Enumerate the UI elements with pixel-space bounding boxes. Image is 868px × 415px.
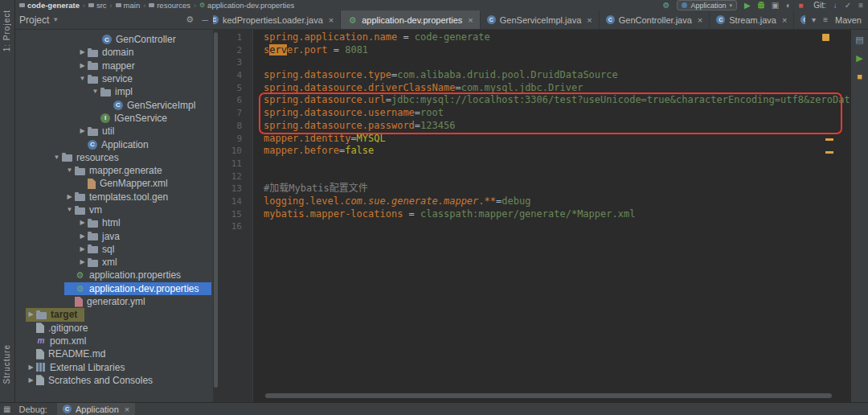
tree-row[interactable]: ▼service xyxy=(14,72,213,85)
hide-panel-icon[interactable]: ─ xyxy=(202,15,208,25)
close-tab-icon[interactable]: × xyxy=(329,15,334,25)
chevron-down-icon[interactable]: ▼ xyxy=(51,151,62,164)
line-number[interactable]: 8 xyxy=(213,120,252,133)
line-number[interactable]: 15 xyxy=(213,208,252,221)
settings-icon[interactable]: ⚙ xyxy=(662,1,669,10)
tree-row[interactable]: IGenService xyxy=(14,112,213,125)
tree-row[interactable]: ▼mapper.generate xyxy=(14,164,213,177)
breadcrumb-item[interactable]: code-generate xyxy=(19,1,80,10)
chevron-right-icon[interactable]: ▶ xyxy=(26,308,36,321)
line-number[interactable]: 5 xyxy=(213,82,252,95)
code-line[interactable]: mybatis.mapper-locations = classpath:map… xyxy=(254,208,850,221)
line-number[interactable]: 11 xyxy=(213,158,252,171)
chevron-right-icon[interactable]: ▶ xyxy=(64,191,75,203)
chevron-right-icon[interactable]: ▶ xyxy=(77,60,88,72)
git-commit-icon[interactable]: ✓ xyxy=(845,1,851,10)
chevron-right-icon[interactable]: ▶ xyxy=(26,361,36,374)
line-number[interactable]: 9 xyxy=(213,133,252,146)
tree-row[interactable]: ▶domain xyxy=(14,46,213,59)
tab-list-icon[interactable]: ▾ xyxy=(812,15,816,24)
orange-square-tool-icon[interactable]: ■ xyxy=(857,72,862,81)
tree-row[interactable]: ▼impl xyxy=(14,85,213,98)
line-number[interactable]: 6 xyxy=(213,94,252,107)
tree-row[interactable]: ▼vm xyxy=(14,203,213,216)
line-number[interactable]: 3 xyxy=(213,56,252,69)
tool-window-switcher-icon[interactable]: ▦ xyxy=(3,405,10,413)
chevron-right-icon[interactable]: ▶ xyxy=(26,374,36,387)
chevron-right-icon[interactable]: ▶ xyxy=(77,256,88,269)
line-number[interactable]: 14 xyxy=(213,195,252,208)
line-number[interactable]: 7 xyxy=(213,107,252,120)
tree-row[interactable]: ▼resources xyxy=(14,151,213,164)
code-line[interactable]: spring.application.name = code-generate xyxy=(254,31,850,44)
tree-row[interactable]: ▶Scratches and Consoles xyxy=(14,374,213,387)
tree-row[interactable]: ▶xml xyxy=(14,256,213,269)
project-scrollbar[interactable] xyxy=(214,32,218,388)
stop-icon[interactable]: ■ xyxy=(798,1,803,10)
code-line[interactable]: server.port = 8081 xyxy=(254,44,850,57)
code-line[interactable] xyxy=(254,220,850,233)
tree-row[interactable]: ▶java xyxy=(14,229,213,242)
tool-window-button-project[interactable]: 1: Project xyxy=(2,10,11,51)
chevron-right-icon[interactable]: ▶ xyxy=(77,243,88,256)
chevron-down-icon[interactable]: ▼ xyxy=(90,85,100,98)
breadcrumb-item[interactable]: resources xyxy=(149,1,190,10)
code-line[interactable]: spring.datasource.password=123456 xyxy=(254,120,850,133)
chevron-right-icon[interactable]: ▶ xyxy=(77,230,88,243)
breadcrumb-item[interactable]: main xyxy=(116,1,141,10)
tree-row[interactable]: ▶target xyxy=(14,308,213,321)
editor-tab[interactable]: Collectors.java× xyxy=(794,10,805,29)
maven-tool-button[interactable]: Maven xyxy=(835,15,862,25)
tree-row[interactable]: README.md xyxy=(14,347,213,360)
chevron-down-icon[interactable]: ▼ xyxy=(64,203,75,216)
chevron-down-icon[interactable]: ▼ xyxy=(77,72,88,85)
menu-icon[interactable]: ≡ xyxy=(858,1,863,10)
tree-row[interactable]: Application xyxy=(14,138,213,150)
debug-icon[interactable] xyxy=(758,2,764,9)
breadcrumb-item[interactable]: src xyxy=(88,1,107,10)
line-number[interactable]: 4 xyxy=(213,69,252,82)
code-line[interactable]: spring.datasource.url=jdbc:mysql://local… xyxy=(254,94,850,107)
breadcrumb-item[interactable]: application-dev.properties xyxy=(199,1,294,10)
code-line[interactable]: spring.datasource.driverClassName=com.my… xyxy=(254,82,850,95)
tree-row[interactable]: ▶html xyxy=(14,216,213,229)
run-file-icon[interactable]: ▶ xyxy=(856,53,862,63)
profiler-icon[interactable]: ◐ xyxy=(786,1,791,10)
code-line[interactable]: mapper.before=false xyxy=(254,145,850,158)
code-line[interactable]: #加载Mybatis配置文件 xyxy=(254,183,850,195)
close-tab-icon[interactable]: × xyxy=(782,15,787,25)
code-line[interactable]: spring.datasource.username=root xyxy=(254,107,850,120)
code-line[interactable] xyxy=(254,171,850,183)
line-number[interactable]: 12 xyxy=(213,171,252,183)
editor[interactable]: 12345678910111213141516 spring.applicati… xyxy=(213,30,850,402)
tree-row[interactable]: GenMapper.xml xyxy=(14,177,213,190)
editor-horizontal-scrollbar[interactable] xyxy=(265,393,832,398)
tree-row[interactable]: GenServiceImpl xyxy=(14,98,213,111)
close-tab-icon[interactable]: × xyxy=(468,15,473,25)
tree-row[interactable]: pom.xml xyxy=(14,335,213,347)
git-update-icon[interactable]: ↓ xyxy=(833,1,837,10)
run-config-selector[interactable]: Application ▾ xyxy=(677,0,737,10)
tab-menu-icon[interactable]: ≡ xyxy=(823,15,828,24)
line-number[interactable]: 13 xyxy=(213,183,252,195)
tree-row[interactable]: application-dev.properties xyxy=(14,282,213,295)
code-line[interactable] xyxy=(254,56,850,69)
chevron-right-icon[interactable]: ▶ xyxy=(77,125,88,138)
code-line[interactable]: logging.level.com.sue.generate.mapper.**… xyxy=(254,195,850,208)
chevron-down-icon[interactable]: ▼ xyxy=(64,164,75,177)
tree-row[interactable]: GenController xyxy=(14,33,213,46)
editor-tab[interactable]: GenController.java× xyxy=(600,10,710,29)
close-tab-icon[interactable]: × xyxy=(587,15,592,25)
chevron-right-icon[interactable]: ▶ xyxy=(77,216,88,229)
run-icon[interactable]: ▶ xyxy=(744,1,751,10)
close-icon[interactable]: × xyxy=(125,405,129,414)
tree-row[interactable]: ▶External Libraries xyxy=(14,360,213,373)
line-number[interactable]: 16 xyxy=(213,220,252,233)
editor-tab[interactable]: GenServiceImpl.java× xyxy=(481,10,600,29)
tree-row[interactable]: application.properties xyxy=(14,269,213,281)
gear-icon[interactable]: ⚙ xyxy=(186,14,194,25)
grid-tool-icon[interactable]: ▤ xyxy=(855,35,863,44)
editor-tab[interactable]: Stream.java× xyxy=(710,10,794,29)
tree-row[interactable]: ▶util xyxy=(14,125,213,138)
line-number[interactable]: 2 xyxy=(213,44,252,57)
